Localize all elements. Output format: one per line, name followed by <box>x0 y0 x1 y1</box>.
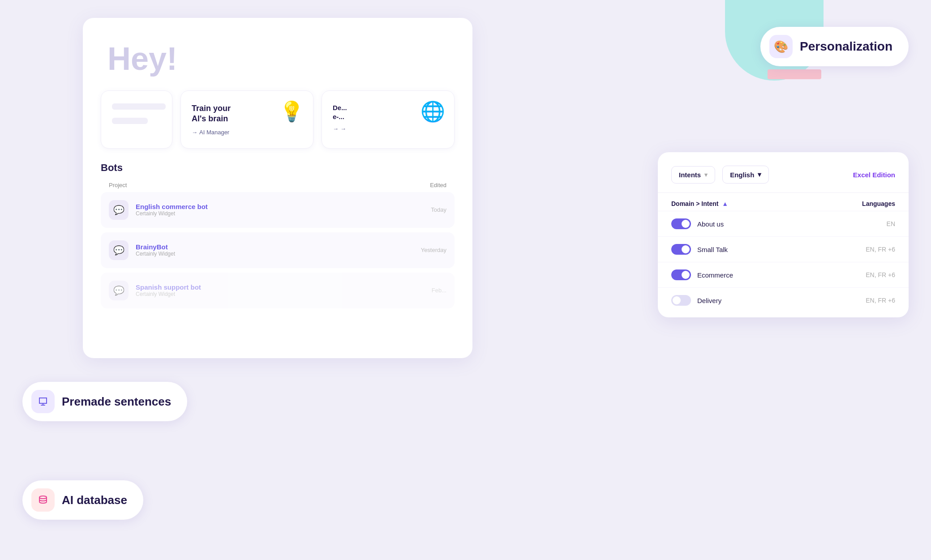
intents-toolbar: Intents ▾ English ▾ Excel Edition <box>658 166 909 193</box>
ai-database-pill[interactable]: AI database <box>22 480 143 520</box>
intents-table-header: Domain > Intent ▲ Languages <box>658 193 909 211</box>
feature-cards-row: Train yourAl's brain AI Manager 💡 De...e… <box>83 90 472 149</box>
intent-row[interactable]: Ecommerce EN, FR +6 <box>658 262 909 287</box>
english-dropdown[interactable]: English ▾ <box>722 166 769 184</box>
bot-icon: 💬 <box>109 200 129 220</box>
feature-card-placeholder[interactable] <box>101 90 172 149</box>
bot-subtitle: Certainly Widget <box>136 251 414 257</box>
intent-name: Small Talk <box>697 246 728 253</box>
intents-dropdown[interactable]: Intents ▾ <box>671 166 715 184</box>
bot-name: Spanish support bot <box>136 283 425 291</box>
premade-icon <box>31 390 55 413</box>
bot-info: English commerce bot Certainly Widget <box>136 203 424 217</box>
main-dashboard-card: Hey! Train yourAl's brain AI Manager 💡 D… <box>83 18 472 358</box>
bot-row[interactable]: 💬 Spanish support bot Certainly Widget F… <box>101 273 455 308</box>
intent-languages: EN <box>887 220 895 227</box>
intent-row-left: About us <box>671 218 724 229</box>
intent-row-left: Small Talk <box>671 244 728 255</box>
chevron-down-icon: ▾ <box>758 171 761 179</box>
intent-name: Ecommerce <box>697 271 733 279</box>
bot-row[interactable]: 💬 BrainyBot Certainly Widget Yesterday <box>101 232 455 268</box>
toggle-ecommerce[interactable] <box>671 269 691 280</box>
globe-icon: 🌐 <box>420 100 445 123</box>
header-domain-intent: Domain > Intent ▲ <box>671 200 728 207</box>
col-edited: Edited <box>430 182 446 188</box>
intent-row[interactable]: Delivery EN, FR +6 <box>658 287 909 313</box>
feature-card-partial[interactable]: De...e-... → 🌐 <box>322 90 455 149</box>
bot-date: Yesterday <box>421 247 446 253</box>
decorative-bar-pink <box>768 69 821 79</box>
intent-row[interactable]: Small Talk EN, FR +6 <box>658 236 909 262</box>
personalization-label: Personalization <box>800 39 892 54</box>
bot-name: BrainyBot <box>136 243 414 251</box>
bot-row[interactable]: 💬 English commerce bot Certainly Widget … <box>101 192 455 228</box>
bot-date: Feb... <box>432 287 446 294</box>
col-project: Project <box>109 182 127 188</box>
bots-title: Bots <box>101 162 455 174</box>
bot-icon: 💬 <box>109 240 129 260</box>
personalization-icon: 🎨 <box>769 35 793 58</box>
intent-row-left: Delivery <box>671 295 721 306</box>
ai-database-label: AI database <box>62 493 127 507</box>
bot-info: BrainyBot Certainly Widget <box>136 243 414 257</box>
premade-sentences-pill[interactable]: Premade sentences <box>22 382 187 421</box>
bot-icon: 💬 <box>109 281 129 300</box>
toggle-delivery[interactable] <box>671 295 691 306</box>
intent-languages: EN, FR +6 <box>866 297 895 304</box>
bots-section: Bots Project Edited 💬 English commerce b… <box>83 162 472 308</box>
premade-label: Premade sentences <box>62 395 171 409</box>
lightbulb-icon: 💡 <box>279 100 304 123</box>
intent-name: About us <box>697 220 724 228</box>
intent-row[interactable]: About us EN <box>658 211 909 236</box>
sort-arrow-icon: ▲ <box>722 200 728 207</box>
feature-card-train-ai[interactable]: Train yourAl's brain AI Manager 💡 <box>180 90 313 149</box>
ai-database-icon <box>31 488 55 512</box>
intent-row-left: Ecommerce <box>671 269 733 280</box>
header-languages: Languages <box>862 200 895 207</box>
intents-dropdown-label: Intents <box>679 171 701 179</box>
bot-date: Today <box>431 206 446 213</box>
bot-info: Spanish support bot Certainly Widget <box>136 283 425 297</box>
intent-languages: EN, FR +6 <box>866 271 895 278</box>
bot-name: English commerce bot <box>136 203 424 210</box>
bots-table-header: Project Edited <box>101 182 455 188</box>
bot-subtitle: Certainly Widget <box>136 210 424 217</box>
excel-edition-button[interactable]: Excel Edition <box>853 171 895 179</box>
personalization-pill[interactable]: 🎨 Personalization <box>760 27 909 66</box>
ai-manager-link[interactable]: AI Manager <box>192 129 302 136</box>
toggle-about-us[interactable] <box>671 218 691 229</box>
bot-subtitle: Certainly Widget <box>136 291 425 297</box>
svg-point-0 <box>39 496 47 499</box>
intent-languages: EN, FR +6 <box>866 246 895 253</box>
partial-link[interactable]: → <box>333 125 443 132</box>
intent-name: Delivery <box>697 297 721 304</box>
greeting-title: Hey! <box>83 18 472 90</box>
toggle-small-talk[interactable] <box>671 244 691 255</box>
english-dropdown-label: English <box>730 171 754 179</box>
intents-panel: Intents ▾ English ▾ Excel Edition Domain… <box>658 152 909 317</box>
chevron-down-icon: ▾ <box>704 171 708 178</box>
